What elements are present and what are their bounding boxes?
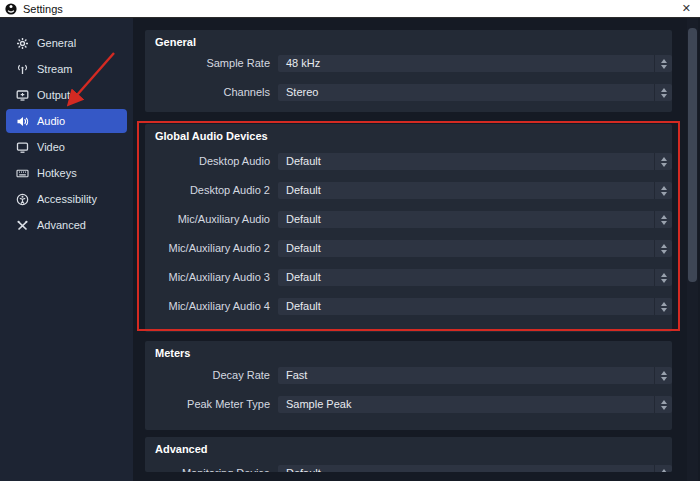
field-label: Mic/Auxiliary Audio 4 <box>145 298 270 315</box>
spinner-arrows-icon <box>654 182 672 199</box>
section-global-audio-devices: Global Audio Devices Desktop AudioDefaul… <box>145 124 672 332</box>
desktop-audio-2-dropdown[interactable]: Default <box>278 182 672 199</box>
field-label: Mic/Auxiliary Audio 3 <box>145 269 270 286</box>
sidebar-item-label: Hotkeys <box>37 167 77 179</box>
mic-auxiliary-audio-2-dropdown[interactable]: Default <box>278 240 672 257</box>
field-label: Monitoring Device <box>145 465 270 472</box>
antenna-icon <box>16 63 29 76</box>
tools-icon <box>16 219 29 232</box>
accessibility-icon <box>16 193 29 206</box>
sidebar-item-audio[interactable]: Audio <box>6 109 127 133</box>
sidebar-item-label: Audio <box>37 115 65 127</box>
spinner-arrows-icon <box>654 396 672 413</box>
sidebar: GeneralStreamOutputAudioVideoHotkeysAcce… <box>0 18 133 481</box>
scrollbar-thumb[interactable] <box>688 28 697 282</box>
field-label: Sample Rate <box>145 55 270 72</box>
spinner-arrows-icon <box>654 298 672 315</box>
dropdown-value: Default <box>286 182 321 199</box>
dropdown-value: Stereo <box>286 84 318 101</box>
decay-rate-dropdown[interactable]: Fast <box>278 367 672 384</box>
sidebar-item-stream[interactable]: Stream <box>6 57 127 81</box>
sidebar-item-label: Stream <box>37 63 72 75</box>
sidebar-item-label: Output <box>37 89 70 101</box>
section-meters: Meters Decay RateFastPeak Meter TypeSamp… <box>145 341 672 430</box>
sample-rate-dropdown[interactable]: 48 kHz <box>278 55 672 72</box>
dropdown-value: Default <box>286 298 321 315</box>
sidebar-item-output[interactable]: Output <box>6 83 127 107</box>
spinner-arrows-icon <box>654 269 672 286</box>
spinner-arrows-icon <box>654 211 672 228</box>
dropdown-value: Default <box>286 211 321 228</box>
settings-row: Mic/Auxiliary Audio 2Default <box>145 240 672 257</box>
sidebar-item-accessibility[interactable]: Accessibility <box>6 187 127 211</box>
sidebar-item-general[interactable]: General <box>6 31 127 55</box>
settings-row: Peak Meter TypeSample Peak <box>145 396 672 413</box>
speaker-icon <box>16 115 29 128</box>
monitoring-device-dropdown[interactable]: Default <box>278 465 672 472</box>
settings-row: Monitoring DeviceDefault <box>145 465 672 472</box>
dropdown-value: Sample Peak <box>286 396 351 413</box>
field-label: Decay Rate <box>145 367 270 384</box>
settings-row: Decay RateFast <box>145 367 672 384</box>
field-label: Peak Meter Type <box>145 396 270 413</box>
settings-row: Sample Rate48 kHz <box>145 55 672 72</box>
dropdown-value: Default <box>286 465 321 472</box>
sidebar-item-label: Accessibility <box>37 193 97 205</box>
section-general: General Sample Rate48 kHzChannelsStereo <box>145 30 672 112</box>
sidebar-item-advanced[interactable]: Advanced <box>6 213 127 237</box>
dropdown-value: Default <box>286 153 321 170</box>
desktop-audio-dropdown[interactable]: Default <box>278 153 672 170</box>
peak-meter-type-dropdown[interactable]: Sample Peak <box>278 396 672 413</box>
settings-row: Mic/Auxiliary AudioDefault <box>145 211 672 228</box>
channels-dropdown[interactable]: Stereo <box>278 84 672 101</box>
field-label: Mic/Auxiliary Audio 2 <box>145 240 270 257</box>
spinner-arrows-icon <box>654 367 672 384</box>
dropdown-value: Default <box>286 240 321 257</box>
settings-content: General Sample Rate48 kHzChannelsStereo … <box>133 18 700 481</box>
spinner-arrows-icon <box>654 153 672 170</box>
keyboard-icon <box>16 167 29 180</box>
settings-row: Mic/Auxiliary Audio 3Default <box>145 269 672 286</box>
dropdown-value: Default <box>286 269 321 286</box>
mic-auxiliary-audio-4-dropdown[interactable]: Default <box>278 298 672 315</box>
field-label: Channels <box>145 84 270 101</box>
display-share-icon <box>16 89 29 102</box>
section-advanced: Advanced Monitoring DeviceDefault <box>145 437 672 472</box>
monitor-icon <box>16 141 29 154</box>
spinner-arrows-icon <box>654 84 672 101</box>
mic-auxiliary-audio-dropdown[interactable]: Default <box>278 211 672 228</box>
sidebar-item-label: General <box>37 37 76 49</box>
sidebar-item-video[interactable]: Video <box>6 135 127 159</box>
window-title: Settings <box>23 3 63 15</box>
field-label: Desktop Audio <box>145 153 270 170</box>
settings-row: Desktop Audio 2Default <box>145 182 672 199</box>
settings-row: Mic/Auxiliary Audio 4Default <box>145 298 672 315</box>
spinner-arrows-icon <box>654 240 672 257</box>
sidebar-item-label: Advanced <box>37 219 86 231</box>
dropdown-value: 48 kHz <box>286 55 320 72</box>
settings-row: Desktop AudioDefault <box>145 153 672 170</box>
dropdown-value: Fast <box>286 367 307 384</box>
field-label: Mic/Auxiliary Audio <box>145 211 270 228</box>
gear-icon <box>16 37 29 50</box>
title-bar: Settings ✕ <box>0 0 700 18</box>
settings-row: ChannelsStereo <box>145 84 672 101</box>
spinner-arrows-icon <box>654 465 672 472</box>
sidebar-item-hotkeys[interactable]: Hotkeys <box>6 161 127 185</box>
sidebar-item-label: Video <box>37 141 65 153</box>
spinner-arrows-icon <box>654 55 672 72</box>
close-icon[interactable]: ✕ <box>682 0 691 17</box>
mic-auxiliary-audio-3-dropdown[interactable]: Default <box>278 269 672 286</box>
field-label: Desktop Audio 2 <box>145 182 270 199</box>
obs-logo-icon <box>5 3 17 15</box>
